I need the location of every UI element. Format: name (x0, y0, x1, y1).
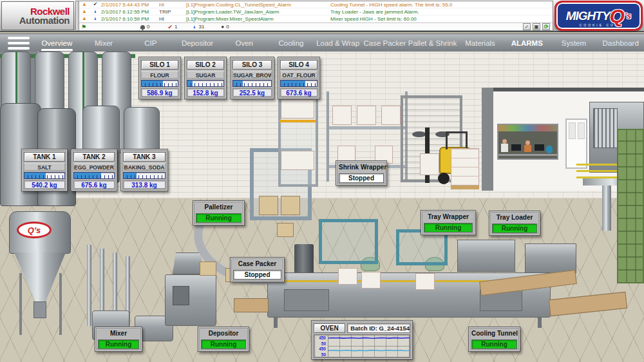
tank3-button[interactable]: TANK 3 (123, 152, 166, 162)
tank3-panel: TANK 3 BAKING_SODA 313.8 kg (120, 149, 168, 191)
equipment-status-value: Running (492, 224, 537, 233)
tab-case-packer[interactable]: Case Packer (361, 34, 408, 52)
acknowledge-button[interactable]: ✓ (523, 23, 531, 30)
equipment-name: Palletizer (196, 203, 242, 212)
depositor-status-box[interactable]: Depositor Running (198, 327, 249, 352)
silo2-level-gauge (187, 80, 224, 87)
palletizer-status-box[interactable]: Palletizer Running (193, 200, 245, 225)
alarm-row[interactable]: ▲ ✔ 2/1/2017 5:44:43 PM HI [L1]Program:C… (79, 1, 553, 8)
silo2-button[interactable]: SILO 2 (187, 60, 224, 70)
case-packer-status-box[interactable]: Case Packer Stopped (230, 257, 285, 282)
tab-load-wrap[interactable]: Load & Wrap (314, 34, 361, 52)
tab-alarms[interactable]: ALARMS (504, 34, 551, 52)
shrink-wrapper-status-box[interactable]: Shrink Wrapper Stopped (336, 160, 387, 186)
alarm-source: [L1]Program:Mixer.Mixer_SpeedAlarm (186, 16, 330, 22)
refresh-button[interactable]: ⟳ (542, 23, 550, 30)
tab-depositor[interactable]: Depositor (174, 34, 221, 52)
silo4-material: OAT_FLOUR (280, 71, 317, 79)
factory-floor-scene: Q's (0, 52, 644, 362)
silo1-material: FLOUR (141, 71, 178, 79)
alarm-run-flag-icon: ⚑ (81, 24, 86, 30)
tank3-weight: 313.8 kg (123, 180, 166, 189)
tab-oven[interactable]: Oven (221, 34, 268, 52)
tab-dashboard[interactable]: Dashboard (597, 34, 644, 52)
alarm-status-bar: ⚑ 0 ✔ 1 ▲ 31 ● 0 (79, 23, 553, 30)
tank1-material: SALT (24, 163, 65, 171)
up-arrow-icon: ▲ (193, 24, 196, 30)
tank2-weight: 675.6 kg (73, 180, 115, 189)
mightyq-cookie-logo: MIGHTY Q 's COOKIE CO. (554, 1, 643, 31)
mightyq-hopper-graphic: Q's (0, 211, 84, 337)
equipment-name: Tray Wrapper (424, 213, 473, 222)
hmi-overview-screen: Rockwell Automation ▲ ✔ 2/1/2017 5:44:43… (0, 0, 644, 362)
tank1-panel: TANK 1 SALT 540.2 kg (21, 149, 68, 191)
equipment-status-value: Running (196, 213, 242, 223)
alarm-row[interactable]: ▲ ▲ 2/1/2017 6:12:55 PM TRIP [L1]Program… (79, 8, 553, 15)
mightyq-apostrophe-s: 's (625, 11, 631, 21)
alarm-time: 2/1/2017 6:12:55 PM (101, 9, 159, 15)
tab-mixer[interactable]: Mixer (80, 34, 128, 52)
silo4-level-gauge (280, 80, 317, 87)
tank1-level-gauge (24, 172, 65, 179)
silo1-button[interactable]: SILO 1 (141, 60, 178, 70)
silo4-panel: SILO 4 OAT_FLOUR 673.6 kg (278, 57, 320, 99)
tab-cip[interactable]: CIP (127, 34, 174, 52)
navigation-bar: Overview Mixer CIP Depositor Oven Coolin… (0, 33, 644, 52)
green-structure-graphic (617, 129, 644, 283)
alarm-time: 2/1/2017 6:10:59 PM (101, 16, 159, 22)
tab-pallet-shrink[interactable]: Pallet & Shrink (408, 34, 457, 52)
alarm-message: Cooling Tunnel - HIGH speed alarm. The l… (330, 2, 553, 8)
alarm-source: [L1]Program:Loader.TW_JawJam_Alarm (186, 9, 330, 15)
equipment-status-value: Stopped (233, 270, 281, 280)
silo3-button[interactable]: SILO 3 (232, 60, 272, 70)
silo3-level-gauge (232, 80, 272, 87)
tab-overview[interactable]: Overview (33, 34, 80, 52)
oven-trend-y-axis: 450 50 450 50 (314, 335, 327, 357)
alarm-row[interactable]: ▲ ▲ 2/1/2017 6:10:59 PM HI [L1]Program:M… (79, 15, 553, 23)
tab-system[interactable]: System (551, 34, 598, 52)
oven-button[interactable]: OVEN (314, 323, 345, 333)
equipment-name: Case Packer (233, 260, 281, 269)
alarm-details-button[interactable]: ▣ (533, 23, 540, 30)
ack-check-icon: ✔ (90, 2, 101, 7)
silo4-weight: 673.6 kg (280, 88, 317, 97)
equipment-name: Tray Loader (492, 213, 537, 222)
tank3-level-gauge (123, 172, 166, 179)
silo3-material: SUGAR_BROWN (232, 71, 272, 79)
tab-cooling[interactable]: Cooling (268, 34, 315, 52)
warning-triangle-icon: ▲ (79, 16, 90, 21)
alarm-banner: ▲ ✔ 2/1/2017 5:44:43 PM HI [L1]Program:C… (75, 1, 553, 31)
equipment-status-value: Running (424, 223, 473, 233)
tab-materials[interactable]: Materials (457, 34, 504, 52)
oven-trend-plot-area (328, 335, 410, 357)
bell-icon (140, 25, 145, 29)
equipment-name: Shrink Wrapper (339, 163, 384, 172)
oven-trend-chart: 450 50 450 50 (314, 334, 410, 357)
mightyq-word: MIGHTY (566, 9, 610, 23)
silo1-panel: SILO 1 FLOUR 586.9 kg (138, 57, 181, 99)
alarm-severity: TRIP (159, 9, 186, 15)
tank2-button[interactable]: TANK 2 (73, 152, 115, 162)
cooling-tunnel-status-box[interactable]: Cooling Tunnel Running (468, 327, 520, 352)
mightyq-subtitle: COOKIE CO. (556, 23, 641, 27)
silo4-button[interactable]: SILO 4 (280, 60, 317, 70)
mixer-status-box[interactable]: Mixer Running (95, 327, 142, 352)
tray-loader-status-box[interactable]: Tray Loader Running (489, 211, 540, 236)
alarm-source: [L1]Program:Cooling.CL_TunnelSpeed_Alarm (186, 2, 330, 8)
silo1-weight: 586.9 kg (141, 88, 178, 97)
oven-batch-id: Batch ID: G_24-4154 (347, 323, 410, 333)
tank1-button[interactable]: TANK 1 (24, 152, 65, 162)
tray-wrapper-status-box[interactable]: Tray Wrapper Running (421, 210, 476, 235)
mightyq-q: Q (610, 8, 625, 24)
hamburger-menu-icon[interactable] (0, 37, 33, 50)
equipment-name: Cooling Tunnel (471, 329, 517, 338)
circle-icon: ● (221, 24, 224, 30)
silo1-level-gauge (141, 80, 178, 87)
alarm-severity: HI (159, 2, 186, 8)
in-alarm-arrow-icon: ▲ (91, 9, 99, 14)
top-bar: Rockwell Automation ▲ ✔ 2/1/2017 5:44:43… (0, 0, 644, 32)
alarm-severity: HI (159, 16, 186, 22)
alarm-count-suppressed: ● 0 (221, 24, 229, 30)
silo3-panel: SILO 3 SUGAR_BROWN 252.5 kg (230, 57, 274, 99)
silo2-panel: SILO 2 SUGAR 152.8 kg (184, 57, 227, 99)
